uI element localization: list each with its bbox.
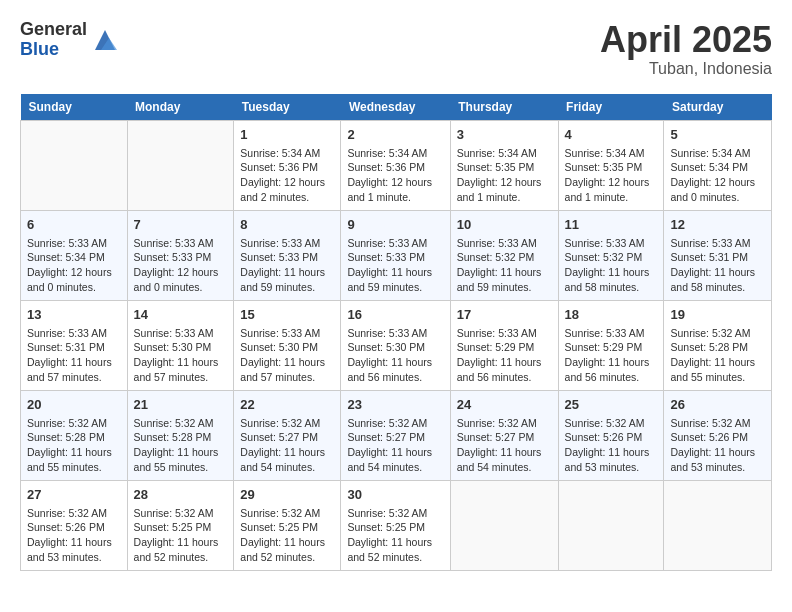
calendar-week-row: 6Sunrise: 5:33 AMSunset: 5:34 PMDaylight… — [21, 210, 772, 300]
calendar-week-row: 1Sunrise: 5:34 AMSunset: 5:36 PMDaylight… — [21, 120, 772, 210]
day-info: Sunrise: 5:34 AMSunset: 5:35 PMDaylight:… — [457, 146, 552, 205]
day-number: 12 — [670, 216, 765, 234]
calendar-cell: 16Sunrise: 5:33 AMSunset: 5:30 PMDayligh… — [341, 300, 450, 390]
calendar-cell: 26Sunrise: 5:32 AMSunset: 5:26 PMDayligh… — [664, 390, 772, 480]
day-info: Sunrise: 5:32 AMSunset: 5:28 PMDaylight:… — [134, 416, 228, 475]
title-block: April 2025 Tuban, Indonesia — [600, 20, 772, 78]
day-info: Sunrise: 5:33 AMSunset: 5:32 PMDaylight:… — [565, 236, 658, 295]
day-info: Sunrise: 5:34 AMSunset: 5:36 PMDaylight:… — [347, 146, 443, 205]
calendar-week-row: 20Sunrise: 5:32 AMSunset: 5:28 PMDayligh… — [21, 390, 772, 480]
calendar-table: Sunday Monday Tuesday Wednesday Thursday… — [20, 94, 772, 571]
logo-general-text: General — [20, 20, 87, 40]
day-info: Sunrise: 5:32 AMSunset: 5:27 PMDaylight:… — [457, 416, 552, 475]
col-sunday: Sunday — [21, 94, 128, 121]
page-header: General Blue April 2025 Tuban, Indonesia — [20, 20, 772, 78]
day-info: Sunrise: 5:33 AMSunset: 5:30 PMDaylight:… — [240, 326, 334, 385]
logo-blue-text: Blue — [20, 40, 87, 60]
day-info: Sunrise: 5:32 AMSunset: 5:25 PMDaylight:… — [240, 506, 334, 565]
day-number: 30 — [347, 486, 443, 504]
day-number: 10 — [457, 216, 552, 234]
calendar-cell: 17Sunrise: 5:33 AMSunset: 5:29 PMDayligh… — [450, 300, 558, 390]
day-info: Sunrise: 5:33 AMSunset: 5:29 PMDaylight:… — [565, 326, 658, 385]
calendar-cell: 30Sunrise: 5:32 AMSunset: 5:25 PMDayligh… — [341, 480, 450, 570]
calendar-cell: 12Sunrise: 5:33 AMSunset: 5:31 PMDayligh… — [664, 210, 772, 300]
day-info: Sunrise: 5:33 AMSunset: 5:33 PMDaylight:… — [134, 236, 228, 295]
day-number: 15 — [240, 306, 334, 324]
day-number: 2 — [347, 126, 443, 144]
calendar-cell — [664, 480, 772, 570]
logo-icon — [91, 26, 119, 54]
day-number: 27 — [27, 486, 121, 504]
day-number: 6 — [27, 216, 121, 234]
day-number: 28 — [134, 486, 228, 504]
header-row: Sunday Monday Tuesday Wednesday Thursday… — [21, 94, 772, 121]
calendar-cell: 25Sunrise: 5:32 AMSunset: 5:26 PMDayligh… — [558, 390, 664, 480]
day-number: 18 — [565, 306, 658, 324]
calendar-cell — [127, 120, 234, 210]
calendar-cell: 20Sunrise: 5:32 AMSunset: 5:28 PMDayligh… — [21, 390, 128, 480]
calendar-cell: 3Sunrise: 5:34 AMSunset: 5:35 PMDaylight… — [450, 120, 558, 210]
day-number: 24 — [457, 396, 552, 414]
day-info: Sunrise: 5:32 AMSunset: 5:26 PMDaylight:… — [565, 416, 658, 475]
calendar-cell: 7Sunrise: 5:33 AMSunset: 5:33 PMDaylight… — [127, 210, 234, 300]
day-info: Sunrise: 5:33 AMSunset: 5:33 PMDaylight:… — [347, 236, 443, 295]
day-number: 16 — [347, 306, 443, 324]
calendar-cell: 29Sunrise: 5:32 AMSunset: 5:25 PMDayligh… — [234, 480, 341, 570]
day-number: 23 — [347, 396, 443, 414]
day-info: Sunrise: 5:34 AMSunset: 5:34 PMDaylight:… — [670, 146, 765, 205]
day-number: 26 — [670, 396, 765, 414]
day-number: 14 — [134, 306, 228, 324]
calendar-cell: 2Sunrise: 5:34 AMSunset: 5:36 PMDaylight… — [341, 120, 450, 210]
calendar-cell: 8Sunrise: 5:33 AMSunset: 5:33 PMDaylight… — [234, 210, 341, 300]
day-info: Sunrise: 5:32 AMSunset: 5:28 PMDaylight:… — [670, 326, 765, 385]
day-number: 19 — [670, 306, 765, 324]
col-friday: Friday — [558, 94, 664, 121]
day-info: Sunrise: 5:33 AMSunset: 5:31 PMDaylight:… — [670, 236, 765, 295]
location: Tuban, Indonesia — [600, 60, 772, 78]
day-number: 21 — [134, 396, 228, 414]
calendar-week-row: 27Sunrise: 5:32 AMSunset: 5:26 PMDayligh… — [21, 480, 772, 570]
day-number: 11 — [565, 216, 658, 234]
day-info: Sunrise: 5:34 AMSunset: 5:36 PMDaylight:… — [240, 146, 334, 205]
logo: General Blue — [20, 20, 119, 60]
calendar-cell: 4Sunrise: 5:34 AMSunset: 5:35 PMDaylight… — [558, 120, 664, 210]
day-number: 4 — [565, 126, 658, 144]
calendar-cell: 14Sunrise: 5:33 AMSunset: 5:30 PMDayligh… — [127, 300, 234, 390]
month-title: April 2025 — [600, 20, 772, 60]
calendar-cell: 18Sunrise: 5:33 AMSunset: 5:29 PMDayligh… — [558, 300, 664, 390]
calendar-cell: 10Sunrise: 5:33 AMSunset: 5:32 PMDayligh… — [450, 210, 558, 300]
day-info: Sunrise: 5:32 AMSunset: 5:26 PMDaylight:… — [670, 416, 765, 475]
calendar-cell — [21, 120, 128, 210]
day-number: 3 — [457, 126, 552, 144]
calendar-week-row: 13Sunrise: 5:33 AMSunset: 5:31 PMDayligh… — [21, 300, 772, 390]
day-info: Sunrise: 5:33 AMSunset: 5:33 PMDaylight:… — [240, 236, 334, 295]
calendar-cell: 1Sunrise: 5:34 AMSunset: 5:36 PMDaylight… — [234, 120, 341, 210]
calendar-cell: 6Sunrise: 5:33 AMSunset: 5:34 PMDaylight… — [21, 210, 128, 300]
day-info: Sunrise: 5:32 AMSunset: 5:25 PMDaylight:… — [134, 506, 228, 565]
day-number: 13 — [27, 306, 121, 324]
day-info: Sunrise: 5:33 AMSunset: 5:32 PMDaylight:… — [457, 236, 552, 295]
day-number: 7 — [134, 216, 228, 234]
calendar-cell: 9Sunrise: 5:33 AMSunset: 5:33 PMDaylight… — [341, 210, 450, 300]
calendar-cell: 19Sunrise: 5:32 AMSunset: 5:28 PMDayligh… — [664, 300, 772, 390]
day-number: 25 — [565, 396, 658, 414]
calendar-cell: 13Sunrise: 5:33 AMSunset: 5:31 PMDayligh… — [21, 300, 128, 390]
calendar-cell: 27Sunrise: 5:32 AMSunset: 5:26 PMDayligh… — [21, 480, 128, 570]
calendar-cell — [558, 480, 664, 570]
day-number: 1 — [240, 126, 334, 144]
day-info: Sunrise: 5:32 AMSunset: 5:26 PMDaylight:… — [27, 506, 121, 565]
col-thursday: Thursday — [450, 94, 558, 121]
day-number: 9 — [347, 216, 443, 234]
day-number: 29 — [240, 486, 334, 504]
calendar-cell: 28Sunrise: 5:32 AMSunset: 5:25 PMDayligh… — [127, 480, 234, 570]
day-info: Sunrise: 5:33 AMSunset: 5:29 PMDaylight:… — [457, 326, 552, 385]
day-number: 5 — [670, 126, 765, 144]
day-info: Sunrise: 5:33 AMSunset: 5:31 PMDaylight:… — [27, 326, 121, 385]
day-info: Sunrise: 5:32 AMSunset: 5:25 PMDaylight:… — [347, 506, 443, 565]
calendar-cell — [450, 480, 558, 570]
day-info: Sunrise: 5:33 AMSunset: 5:30 PMDaylight:… — [347, 326, 443, 385]
day-number: 20 — [27, 396, 121, 414]
calendar-cell: 23Sunrise: 5:32 AMSunset: 5:27 PMDayligh… — [341, 390, 450, 480]
calendar-cell: 24Sunrise: 5:32 AMSunset: 5:27 PMDayligh… — [450, 390, 558, 480]
calendar-cell: 21Sunrise: 5:32 AMSunset: 5:28 PMDayligh… — [127, 390, 234, 480]
